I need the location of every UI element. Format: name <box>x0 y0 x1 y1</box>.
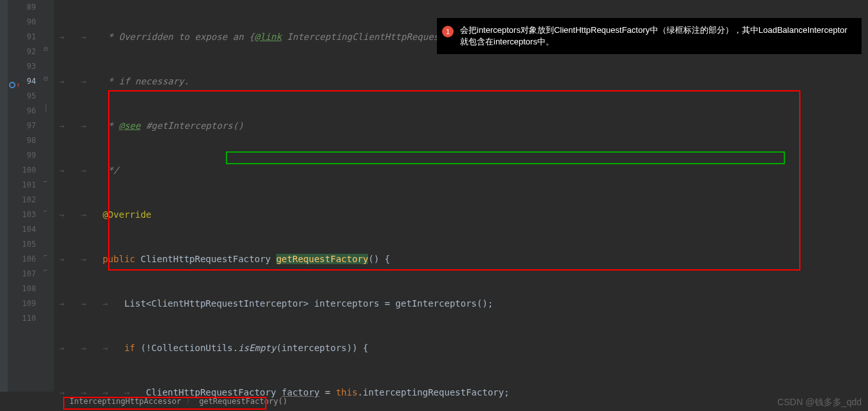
code-line-91[interactable]: → → * @see #getInterceptors() <box>54 119 868 133</box>
highlight-red-box <box>108 90 800 271</box>
fold-marker-icon[interactable]: ⊟ <box>44 45 48 52</box>
line-number: 91 <box>8 30 36 44</box>
fold-end-icon[interactable]: ⌐ <box>44 252 48 259</box>
line-number: 110 <box>8 311 36 326</box>
fold-end-icon[interactable]: ⌐ <box>44 207 48 215</box>
override-icon[interactable] <box>9 82 15 88</box>
breadcrumb-method[interactable]: getRequestFactory() <box>199 397 287 406</box>
line-number: 102 <box>8 193 36 207</box>
annotation-badge: 1 <box>442 26 454 37</box>
chevron-right-icon: 〉 <box>186 396 194 406</box>
fold-end-icon[interactable]: ⌐ <box>44 267 48 274</box>
line-number: 108 <box>8 282 36 296</box>
code-line-96[interactable]: → → → if (!CollectionUtils.isEmpty(inter… <box>54 341 868 356</box>
line-number: 98 <box>8 133 36 148</box>
line-number: 104 <box>8 222 36 237</box>
line-number: 97 <box>8 119 36 133</box>
fold-end-icon[interactable]: ⌐ <box>44 178 48 185</box>
line-number: 105 <box>8 237 36 252</box>
line-number: 94 ↑ <box>8 74 36 89</box>
line-number: 106 <box>8 252 36 267</box>
highlight-green-box <box>226 151 785 164</box>
code-line-90[interactable]: → → * if necessary. <box>54 74 868 89</box>
breadcrumb[interactable]: InterceptingHttpAccessor 〉 getRequestFac… <box>64 393 293 409</box>
code-line-92[interactable]: → → */ <box>54 163 868 178</box>
line-number: 89 <box>8 0 36 15</box>
code-editor[interactable]: 89 90 91 92 93 94 ↑ 95 96 97 98 99 100 1… <box>0 0 868 392</box>
breadcrumb-class[interactable]: InterceptingHttpAccessor <box>69 397 181 406</box>
line-number: 109 <box>8 296 36 311</box>
line-number-gutter[interactable]: 89 90 91 92 93 94 ↑ 95 96 97 98 99 100 1… <box>8 0 41 392</box>
code-line-93[interactable]: → → @Override <box>54 207 868 222</box>
left-tool-sidebar <box>0 0 8 392</box>
annotation-text: 会把interceptors对象放到ClientHttpRequestFacto… <box>460 24 851 48</box>
line-number: 96 <box>8 104 36 119</box>
line-number: 93 <box>8 59 36 74</box>
line-number: 107 <box>8 267 36 282</box>
code-line-95[interactable]: → → → List<ClientHttpRequestInterceptor>… <box>54 296 868 311</box>
watermark: CSDN @钱多多_qdd <box>777 397 862 408</box>
code-line-94[interactable]: → → public ClientHttpRequestFactory getR… <box>54 252 868 267</box>
line-number: 92 <box>8 44 36 59</box>
line-number: 90 <box>8 15 36 30</box>
code-content[interactable]: → → * Overridden to expose an {@link Int… <box>54 0 868 392</box>
fold-line-icon: │ <box>44 104 48 111</box>
annotation-callout: 1 会把interceptors对象放到ClientHttpRequestFac… <box>437 18 862 54</box>
line-number: 101 <box>8 178 36 193</box>
line-number: 103 <box>8 207 36 222</box>
fold-column[interactable]: ⊟ ⊟ │ ⌐ ⌐ ⌐ ⌐ <box>41 0 54 392</box>
fold-marker-icon[interactable]: ⊟ <box>44 75 48 82</box>
up-arrow-icon: ↑ <box>16 77 20 92</box>
line-number: 99 <box>8 148 36 163</box>
line-number: 100 <box>8 163 36 178</box>
